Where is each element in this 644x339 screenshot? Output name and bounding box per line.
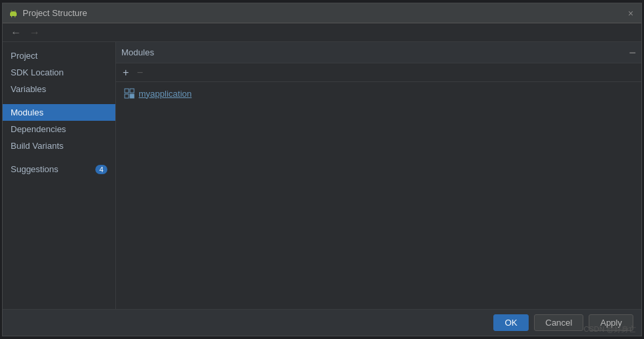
cancel-button[interactable]: Cancel: [534, 314, 583, 331]
main-content: Project SDK Location Variables Modules D…: [3, 42, 641, 309]
nav-bar: ← →: [3, 23, 641, 42]
svg-rect-7: [130, 94, 134, 98]
remove-module-button[interactable]: −: [134, 66, 145, 79]
panel-toolbar: + −: [116, 63, 641, 82]
svg-line-2: [11, 10, 12, 11]
watermark: CSDN @好身亡: [584, 324, 636, 334]
sidebar-item-modules[interactable]: Modules: [3, 104, 115, 121]
svg-line-3: [15, 10, 16, 11]
forward-button[interactable]: →: [27, 25, 43, 40]
right-panel: Modules − + − myapplication: [116, 42, 641, 309]
svg-rect-6: [125, 94, 129, 98]
module-list: myapplication: [116, 82, 641, 309]
add-module-button[interactable]: +: [120, 66, 131, 79]
panel-title: Modules: [121, 47, 154, 57]
svg-rect-4: [125, 89, 129, 93]
title-bar-left: Project Structure: [8, 8, 87, 19]
sidebar-divider-2: [3, 154, 115, 161]
dialog-title: Project Structure: [23, 8, 87, 18]
svg-rect-5: [130, 89, 134, 93]
sidebar-item-suggestions[interactable]: Suggestions 4: [3, 161, 115, 178]
project-structure-dialog: Project Structure × ← → Project SDK Loca…: [2, 3, 642, 336]
sidebar-item-dependencies[interactable]: Dependencies: [3, 121, 115, 137]
module-name: myapplication: [139, 89, 192, 99]
android-icon: [8, 8, 19, 19]
close-button[interactable]: ×: [625, 8, 636, 19]
sidebar-divider: [3, 97, 115, 104]
title-bar: Project Structure ×: [3, 3, 641, 23]
ok-button[interactable]: OK: [493, 314, 529, 331]
sidebar: Project SDK Location Variables Modules D…: [3, 42, 116, 309]
sidebar-item-build-variants[interactable]: Build Variants: [3, 137, 115, 154]
module-icon: [124, 88, 135, 99]
panel-header: Modules −: [116, 42, 641, 63]
panel-collapse-button[interactable]: −: [629, 47, 636, 59]
sidebar-item-project[interactable]: Project: [3, 47, 115, 64]
sidebar-item-sdk-location[interactable]: SDK Location: [3, 64, 115, 81]
sidebar-item-variables[interactable]: Variables: [3, 81, 115, 97]
module-item[interactable]: myapplication: [119, 86, 639, 101]
back-button[interactable]: ←: [8, 25, 24, 40]
suggestions-badge: 4: [95, 165, 107, 174]
footer: OK Cancel Apply: [3, 309, 641, 336]
